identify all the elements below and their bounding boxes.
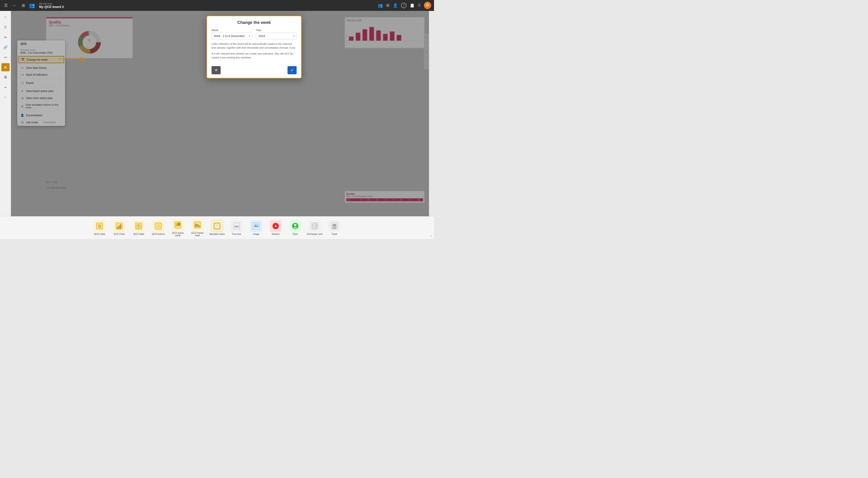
year-label: Year [256,29,297,32]
week-select-wrapper: W49 - 2 to 8 DecemberW48 - 25 Nov to 1 D… [212,33,252,39]
modal-title: Change the week [207,16,301,27]
confirm-button[interactable]: ✓ [287,66,297,74]
svg-rect-36 [178,223,180,226]
image-label: Image [253,233,259,235]
year-select[interactable]: 202420232025 [256,33,297,39]
app-subtitle: My trial room [39,2,64,5]
toolbar-item-exchange-zone[interactable]: Exchange zone [307,220,323,235]
sidebar-link[interactable]: 🔗 [1,43,9,52]
cancel-button[interactable]: ✕ [212,66,221,74]
week-field: Week W49 - 2 to 8 DecemberW48 - 25 Nov t… [212,29,252,39]
toolbar-item-trash[interactable]: Trash [326,220,343,235]
toolbar-item-qcd-letter[interactable]: Q QCD Letter [91,220,108,235]
stickers-label: Stickers [272,233,280,235]
sidebar-grid[interactable]: ⠿ [1,23,9,31]
team-icon [289,220,301,232]
week-label: Week [212,29,252,32]
avatar[interactable]: M [424,2,431,9]
toolbar-item-qcd-actions[interactable]: ⚡ QCD Actions [150,220,166,235]
toolbar-item-qcd-table[interactable]: QCD Table [130,220,147,235]
sidebar-back[interactable]: ← [1,93,9,101]
qcd-pareto-label: QCD Pareto chart [189,232,206,237]
svg-point-56 [294,224,297,226]
svg-text:Q: Q [98,224,101,228]
book-icon[interactable]: 📋 [410,3,415,8]
svg-rect-25 [119,226,120,229]
bottom-toolbar: Q QCD Letter QCD Chart QCD [0,216,434,239]
qcd-chart-icon [113,220,125,232]
board-icon: 👥 [29,2,35,8]
svg-text:★: ★ [274,224,277,228]
qcd-chart-label: QCD Chart [114,233,125,235]
svg-rect-26 [120,224,121,229]
app-title: My QCD board 2 [39,5,64,9]
year-select-wrapper: 202420232025 [256,33,297,39]
menu-icon[interactable]: ☰ [3,3,9,8]
svg-rect-39 [196,225,197,227]
free-text-icon: Abc [231,220,243,232]
toolbar-item-standard-notes[interactable]: Standard notes [209,220,225,235]
toolbar-item-stickers[interactable]: ★ Stickers [268,220,284,235]
free-text-label: Free text [232,233,241,235]
change-week-modal: Change the week Week W49 - 2 to 8 Decemb… [206,15,302,79]
qcd-action-cards-icon [172,219,184,231]
svg-rect-35 [176,223,178,226]
modal-note-2: If in the selected time window you creat… [212,52,297,59]
sidebar-undo[interactable]: ↩ [1,53,9,61]
stickers-icon: ★ [270,220,282,232]
main-content: Quality W49 - 2 to 8 Decem... Q Indicato… [11,11,429,216]
qcd-table-label: QCD Table [133,233,145,235]
user-icon[interactable]: 👤 [393,3,398,8]
exchange-zone-label: Exchange zone [307,233,323,235]
app-title-group: My trial room My QCD board 2 [39,2,64,9]
svg-rect-38 [195,224,196,227]
year-field: Year 202420232025 [256,29,297,39]
sidebar-monitor[interactable]: 🖥 [1,73,9,81]
modal-footer: ✕ ✓ [207,64,301,78]
qcd-letter-icon: Q [94,220,105,232]
svg-rect-27 [135,223,142,229]
standard-notes-label: Standard notes [209,233,225,235]
sidebar-settings[interactable]: ⚙ [1,63,9,71]
standard-notes-icon [211,220,223,232]
week-select[interactable]: W49 - 2 to 8 DecemberW48 - 25 Nov to 1 D… [212,33,252,39]
svg-text:⚡: ⚡ [156,225,161,228]
toolbar-item-free-text[interactable]: Abc Free text [228,220,245,235]
qcd-pareto-icon [191,219,203,231]
toolbar-item-team[interactable]: Team [287,220,304,235]
connector-arrow [56,55,92,64]
people-icon[interactable]: 👥 [378,3,383,8]
qcd-actions-label: QCD Actions [152,233,165,235]
toolbar-item-image[interactable]: Image [248,220,264,235]
qcd-action-cards-label: QCD action cards [170,232,186,237]
exchange-zone-icon [309,220,321,232]
sidebar-cursor[interactable]: ☞ [1,13,9,21]
modal-body: Week W49 - 2 to 8 DecemberW48 - 25 Nov t… [207,27,301,64]
qcd-actions-icon: ⚡ [152,220,164,232]
qcd-table-icon [133,220,145,232]
back-icon[interactable]: ← [11,3,18,8]
top-navbar: ☰ ← ⊞ 👥 My trial room My QCD board 2 👥 ⚙… [0,0,434,11]
modal-selects-row: Week W49 - 2 to 8 DecemberW48 - 25 Nov t… [212,29,297,39]
svg-text:Abc: Abc [234,225,239,228]
resize-handle[interactable]: ⤡ [430,235,432,238]
svg-rect-40 [198,226,199,227]
toolbar-item-qcd-chart[interactable]: QCD Chart [111,220,127,235]
trash-label: Trash [332,233,337,235]
sidebar-pencil[interactable]: ✏ [1,33,9,41]
top-nav-right: 👥 ⚙ 👤 ? 📋 ⠿ M [378,2,431,9]
grid-icon[interactable]: ⊞ [20,3,26,8]
svg-rect-24 [117,227,118,229]
trash-icon [329,220,340,232]
toolbar-item-qcd-action-cards[interactable]: QCD action cards [170,219,186,237]
dots-grid-icon[interactable]: ⠿ [418,3,421,8]
modal-note-1: Letter indicators of this board will be … [212,42,297,49]
qcd-letter-label: QCD Letter [94,233,105,235]
left-sidebar: ☞ ⠿ ✏ 🔗 ↩ ⚙ 🖥 ••• ← [0,11,11,216]
svg-rect-41 [199,226,200,227]
sidebar-more[interactable]: ••• [1,83,9,91]
toolbar-item-qcd-pareto[interactable]: QCD Pareto chart [189,219,206,237]
settings-icon[interactable]: ⚙ [386,3,390,8]
team-label: Team [292,233,298,235]
help-icon[interactable]: ? [401,3,406,8]
